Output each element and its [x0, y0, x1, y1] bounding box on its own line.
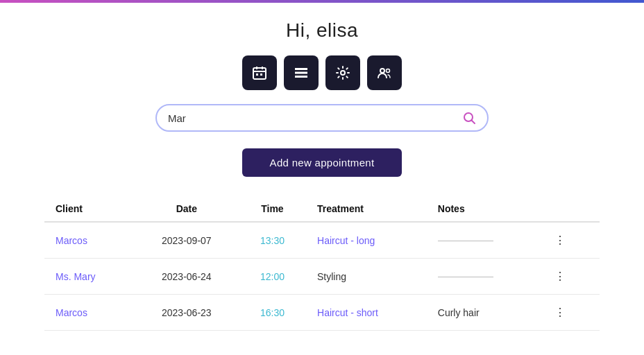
cell-client: Marcos	[44, 295, 135, 331]
table-row: Marcos2023-09-0713:30Haircut - long⋮	[44, 222, 600, 259]
cell-client: Marcos	[44, 222, 135, 259]
col-time: Time	[239, 196, 306, 222]
cell-client: Ms. Mary	[44, 259, 135, 295]
cell-time: 16:30	[239, 295, 306, 331]
svg-rect-5	[260, 73, 262, 76]
cell-actions: ⋮	[539, 222, 600, 259]
col-date: Date	[135, 196, 239, 222]
search-wrapper	[155, 104, 489, 132]
add-appointment-button[interactable]: Add new appointment	[242, 148, 402, 177]
cell-notes	[427, 259, 539, 295]
cell-treatment: Haircut - short	[306, 295, 427, 331]
table-header-row: Client Date Time Treatment Notes	[44, 196, 600, 222]
table-button[interactable]	[284, 55, 319, 90]
svg-line-13	[472, 121, 475, 124]
cell-date: 2023-09-07	[135, 222, 239, 259]
settings-button[interactable]	[325, 55, 360, 90]
row-menu-button[interactable]: ⋮	[550, 232, 570, 248]
row-menu-button[interactable]: ⋮	[550, 304, 570, 320]
svg-rect-0	[253, 68, 266, 79]
appointments-table-wrapper: Client Date Time Treatment Notes Marcos2…	[44, 196, 600, 331]
cell-time: 13:30	[239, 222, 306, 259]
table-row: Marcos2023-06-2316:30Haircut - shortCurl…	[44, 295, 600, 331]
cell-treatment: Styling	[306, 259, 427, 295]
col-treatment: Treatment	[306, 196, 427, 222]
cell-notes	[427, 222, 539, 259]
svg-rect-6	[295, 68, 307, 70]
table-row: Ms. Mary2023-06-2412:00Styling⋮	[44, 259, 600, 295]
cell-actions: ⋮	[539, 259, 600, 295]
users-button[interactable]	[367, 55, 402, 90]
cell-date: 2023-06-23	[135, 295, 239, 331]
cell-date: 2023-06-24	[135, 259, 239, 295]
cell-time: 12:00	[239, 259, 306, 295]
svg-rect-8	[295, 76, 307, 78]
svg-rect-7	[295, 72, 307, 74]
appointments-table: Client Date Time Treatment Notes Marcos2…	[44, 196, 600, 331]
svg-point-11	[387, 69, 390, 73]
search-bar	[155, 104, 489, 132]
cell-treatment: Haircut - long	[306, 222, 427, 259]
svg-point-9	[341, 71, 345, 75]
search-input[interactable]	[168, 112, 462, 124]
col-client: Client	[44, 196, 135, 222]
col-notes: Notes	[427, 196, 539, 222]
cell-actions: ⋮	[539, 295, 600, 331]
svg-rect-4	[256, 73, 258, 76]
main-container: Hi, elisa	[0, 3, 644, 345]
cell-notes: Curly hair	[427, 295, 539, 331]
svg-point-10	[380, 69, 384, 73]
col-actions	[539, 196, 600, 222]
calendar-button[interactable]	[242, 55, 277, 90]
search-button[interactable]	[462, 111, 476, 125]
toolbar	[242, 55, 402, 90]
row-menu-button[interactable]: ⋮	[550, 268, 570, 284]
greeting: Hi, elisa	[286, 19, 358, 42]
